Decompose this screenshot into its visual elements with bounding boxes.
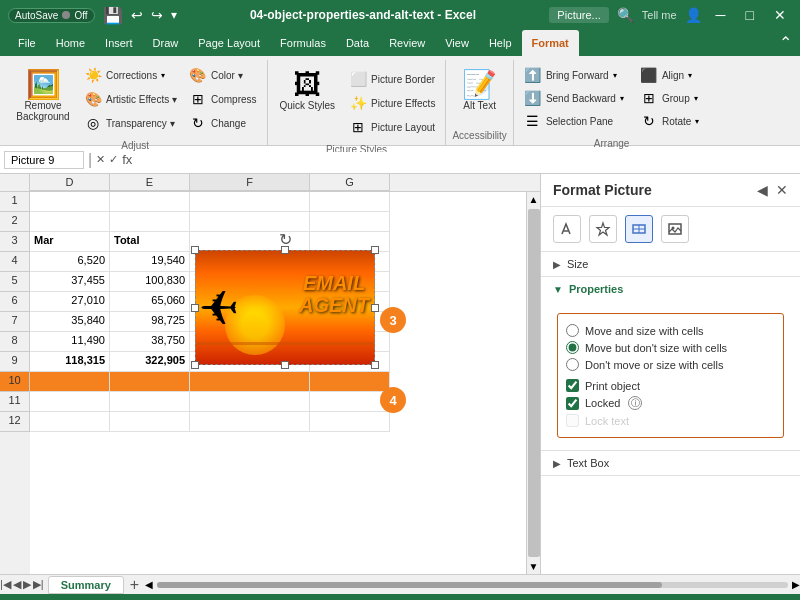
vertical-scrollbar[interactable]: ▲ ▼	[526, 192, 540, 574]
tab-insert[interactable]: Insert	[95, 30, 143, 56]
handle-tr[interactable]	[371, 246, 379, 254]
formula-confirm-icon[interactable]: ✓	[109, 153, 118, 166]
row-header-2[interactable]: 2	[0, 212, 30, 232]
cell-e9[interactable]: 322,905	[110, 352, 190, 372]
tab-home[interactable]: Home	[46, 30, 95, 56]
send-backward-button[interactable]: ⬇️ Send Backward ▾	[520, 87, 628, 109]
row-header-4[interactable]: 4	[0, 252, 30, 272]
redo-icon[interactable]: ↪	[151, 7, 163, 23]
sheet-next-icon[interactable]: ▶	[23, 578, 31, 591]
cell-d3[interactable]: Mar	[30, 232, 110, 252]
text-box-section-header[interactable]: ▶ Text Box	[541, 451, 800, 475]
artistic-effects-button[interactable]: 🎨 Artistic Effects ▾	[80, 88, 181, 110]
sheet-prev-icon[interactable]: ◀	[13, 578, 21, 591]
customize-icon[interactable]: ▾	[171, 8, 177, 22]
hscroll-left-icon[interactable]: ◀	[145, 579, 153, 590]
alt-text-button[interactable]: 📝 Alt Text	[455, 64, 505, 116]
picture-overlay[interactable]: ↻ ✈ EMAILAGENT	[195, 250, 375, 365]
locked-info-icon[interactable]: ⓘ	[628, 396, 642, 410]
col-header-f[interactable]: F	[190, 174, 310, 191]
cell-f12[interactable]	[190, 412, 310, 432]
cell-e12[interactable]	[110, 412, 190, 432]
sheet-last-icon[interactable]: ▶|	[33, 578, 44, 591]
radio-move-size[interactable]	[566, 324, 579, 337]
undo-icon[interactable]: ↩	[131, 7, 143, 23]
picture-tab-label[interactable]: Picture...	[549, 7, 608, 23]
picture-effects-button[interactable]: ✨ Picture Effects	[345, 92, 439, 114]
panel-close-icon[interactable]: ✕	[776, 182, 788, 198]
effects-icon[interactable]	[589, 215, 617, 243]
col-header-e[interactable]: E	[110, 174, 190, 191]
handle-bl[interactable]	[191, 361, 199, 369]
print-object-checkbox[interactable]	[566, 379, 579, 392]
cell-d12[interactable]	[30, 412, 110, 432]
handle-tl[interactable]	[191, 246, 199, 254]
cell-d9[interactable]: 118,315	[30, 352, 110, 372]
cell-g2[interactable]	[310, 212, 390, 232]
handle-b[interactable]	[281, 361, 289, 369]
tab-review[interactable]: Review	[379, 30, 435, 56]
scroll-up-button[interactable]: ▲	[527, 192, 540, 207]
cell-e1[interactable]	[110, 192, 190, 212]
size-section-header[interactable]: ▶ Size	[541, 252, 800, 276]
search-tell-me[interactable]: Tell me	[642, 9, 677, 21]
cell-d7[interactable]: 35,840	[30, 312, 110, 332]
cell-f2[interactable]	[190, 212, 310, 232]
tab-page-layout[interactable]: Page Layout	[188, 30, 270, 56]
panel-back-icon[interactable]: ◀	[757, 182, 768, 198]
row-header-11[interactable]: 11	[0, 392, 30, 412]
tab-draw[interactable]: Draw	[143, 30, 189, 56]
locked-checkbox[interactable]	[566, 397, 579, 410]
rotate-button[interactable]: ↻ Rotate ▾	[636, 110, 703, 132]
horizontal-scrollbar[interactable]: ◀ ▶	[145, 579, 800, 590]
formula-cancel-icon[interactable]: ✕	[96, 153, 105, 166]
handle-r[interactable]	[371, 304, 379, 312]
picture-icon[interactable]	[661, 215, 689, 243]
cell-e7[interactable]: 98,725	[110, 312, 190, 332]
tab-format[interactable]: Format	[522, 30, 579, 56]
row-header-5[interactable]: 5	[0, 272, 30, 292]
cell-d1[interactable]	[30, 192, 110, 212]
change-picture-button[interactable]: ↻ Change	[185, 112, 261, 134]
cell-d4[interactable]: 6,520	[30, 252, 110, 272]
cell-e8[interactable]: 38,750	[110, 332, 190, 352]
row-header-1[interactable]: 1	[0, 192, 30, 212]
cell-e11[interactable]	[110, 392, 190, 412]
cell-e6[interactable]: 65,060	[110, 292, 190, 312]
hscroll-track[interactable]	[157, 582, 788, 588]
tab-help[interactable]: Help	[479, 30, 522, 56]
cell-f3[interactable]	[190, 232, 310, 252]
align-button[interactable]: ⬛ Align ▾	[636, 64, 703, 86]
size-properties-icon[interactable]	[625, 215, 653, 243]
row-header-3[interactable]: 3	[0, 232, 30, 252]
row-header-8[interactable]: 8	[0, 332, 30, 352]
hscroll-thumb[interactable]	[157, 582, 662, 588]
handle-br[interactable]	[371, 361, 379, 369]
scroll-thumb[interactable]	[528, 209, 540, 557]
handle-t[interactable]	[281, 246, 289, 254]
col-header-d[interactable]: D	[30, 174, 110, 191]
ribbon-collapse-icon[interactable]: ⌃	[771, 29, 800, 56]
cell-f11[interactable]	[190, 392, 310, 412]
col-header-g[interactable]: G	[310, 174, 390, 191]
picture-border-button[interactable]: ⬜ Picture Border	[345, 68, 439, 90]
cell-e2[interactable]	[110, 212, 190, 232]
cell-e4[interactable]: 19,540	[110, 252, 190, 272]
tab-file[interactable]: File	[8, 30, 46, 56]
minimize-button[interactable]: ─	[710, 5, 732, 25]
search-icon[interactable]: 🔍	[617, 7, 634, 23]
save-icon[interactable]: 💾	[103, 6, 123, 25]
cell-g1[interactable]	[310, 192, 390, 212]
corrections-button[interactable]: ☀️ Corrections ▾	[80, 64, 181, 86]
picture-layout-button[interactable]: ⊞ Picture Layout	[345, 116, 439, 138]
row-header-6[interactable]: 6	[0, 292, 30, 312]
transparency-button[interactable]: ◎ Transparency ▾	[80, 112, 181, 134]
cell-d8[interactable]: 11,490	[30, 332, 110, 352]
cell-d6[interactable]: 27,010	[30, 292, 110, 312]
cell-e5[interactable]: 100,830	[110, 272, 190, 292]
remove-background-button[interactable]: 🖼️ Remove Background	[10, 64, 76, 126]
restore-button[interactable]: □	[740, 5, 760, 25]
add-sheet-button[interactable]: +	[124, 576, 145, 594]
formula-function-icon[interactable]: fx	[122, 152, 132, 167]
share-icon[interactable]: 👤	[685, 7, 702, 23]
